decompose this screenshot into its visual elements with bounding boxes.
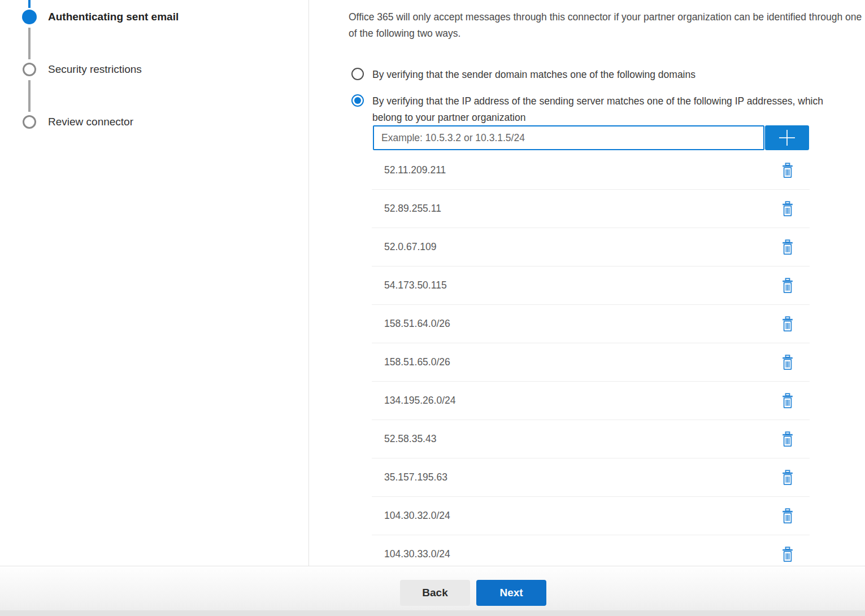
ip-address-value: 52.0.67.109 [384,241,436,253]
wizard-footer: Back Next [0,566,865,616]
ip-address-value: 158.51.64.0/26 [384,318,450,330]
step-connector [28,28,31,59]
ip-address-value: 52.11.209.211 [384,164,446,176]
step-dot [23,63,36,76]
page-description: Office 365 will only accept messages thr… [349,9,864,41]
step-security-restrictions: Security restrictions [48,63,142,76]
ip-row: 104.30.32.0/24 [372,497,810,535]
ip-row: 104.30.33.0/24 [372,535,810,566]
delete-ip-button[interactable] [780,507,795,525]
trash-icon [781,355,794,370]
add-ip-button[interactable] [765,125,809,150]
trash-icon [781,431,794,447]
trash-icon [781,163,794,178]
trash-icon [781,239,794,255]
ip-address-value: 158.51.65.0/26 [384,356,450,368]
ip-row: 52.11.209.211 [372,151,810,190]
ip-address-value: 52.58.35.43 [384,433,436,445]
step-review-connector: Review connector [48,116,133,128]
ip-row: 158.51.65.0/26 [372,343,810,382]
trash-icon [781,393,794,409]
delete-ip-button[interactable] [780,200,795,218]
plus-icon [778,129,796,147]
trash-icon [781,470,794,486]
delete-ip-button[interactable] [780,277,795,295]
wizard-steps-panel: Authenticating sent email Security restr… [0,0,309,566]
step-active-dot [22,10,37,24]
delete-ip-button[interactable] [780,315,795,333]
ip-row: 52.0.67.109 [372,228,810,267]
ip-address-value: 134.195.26.0/24 [384,395,456,407]
step-dot [23,115,36,129]
ip-entry-row [373,125,809,150]
bottom-edge-strip [0,610,865,616]
radio-option-ip-address[interactable]: By verifying that the IP address of the … [351,93,834,126]
ip-row: 35.157.195.63 [372,458,810,497]
next-button[interactable]: Next [476,580,546,606]
delete-ip-button[interactable] [780,392,795,410]
radio-selected-icon[interactable] [351,94,364,107]
ip-row: 134.195.26.0/24 [372,382,810,420]
ip-address-value: 35.157.195.63 [384,471,447,483]
step-connector [28,80,31,112]
radio-option-sender-domain[interactable]: By verifying that the sender domain matc… [351,67,696,83]
ip-address-value: 52.89.255.11 [384,203,441,215]
radio-option-label: By verifying that the sender domain matc… [372,67,696,83]
delete-ip-button[interactable] [780,353,795,372]
step-authenticating-sent-email: Authenticating sent email [48,11,179,23]
trash-icon [781,278,794,294]
ip-address-value: 54.173.50.115 [384,279,447,291]
ip-address-value: 104.30.33.0/24 [384,548,450,560]
ip-row: 52.58.35.43 [372,420,810,458]
ip-row: 54.173.50.115 [372,267,810,305]
trash-icon [781,508,794,524]
previous-step-connector [28,0,31,8]
radio-unselected-icon[interactable] [351,68,364,80]
ip-address-list: 52.11.209.211 52.89.255.11 [372,151,810,566]
ip-address-value: 104.30.32.0/24 [384,510,450,522]
ip-address-input[interactable] [373,125,764,150]
back-button[interactable]: Back [400,580,470,606]
trash-icon [781,316,794,332]
radio-option-label: By verifying that the IP address of the … [372,93,834,126]
delete-ip-button[interactable] [780,469,795,487]
ip-row: 158.51.64.0/26 [372,305,810,343]
ip-row: 52.89.255.11 [372,190,810,228]
delete-ip-button[interactable] [780,238,795,256]
trash-icon [781,547,794,562]
delete-ip-button[interactable] [780,545,795,563]
trash-icon [781,201,794,217]
delete-ip-button[interactable] [780,430,795,448]
delete-ip-button[interactable] [780,161,795,180]
